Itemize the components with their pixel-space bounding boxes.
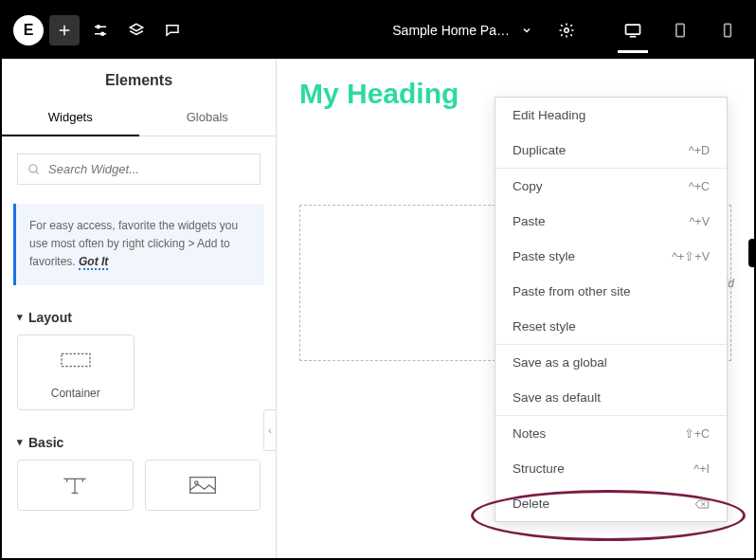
ctx-duplicate[interactable]: Duplicate^+D bbox=[495, 133, 727, 168]
ctx-delete[interactable]: Delete bbox=[495, 486, 727, 521]
svg-marker-6 bbox=[130, 24, 143, 31]
delete-icon bbox=[694, 497, 710, 511]
svg-point-21 bbox=[194, 480, 197, 483]
category-layout[interactable]: Layout bbox=[2, 300, 276, 334]
add-element-button[interactable] bbox=[49, 15, 80, 45]
ctx-copy[interactable]: Copy^+C bbox=[495, 169, 727, 204]
ctx-paste-other-site[interactable]: Paste from other site bbox=[495, 274, 727, 309]
ctx-edit-heading[interactable]: Edit Heading bbox=[495, 98, 727, 133]
settings-sliders-icon[interactable] bbox=[85, 15, 116, 45]
device-tablet-tab[interactable] bbox=[665, 8, 695, 53]
favorites-tip: For easy access, favorite the widgets yo… bbox=[13, 204, 264, 285]
svg-point-7 bbox=[565, 28, 569, 33]
chevron-down-icon[interactable] bbox=[521, 25, 532, 36]
widget-container[interactable]: Container bbox=[17, 334, 135, 410]
page-title[interactable]: Sample Home Pa… bbox=[392, 23, 510, 38]
ctx-structure[interactable]: Structure^+I bbox=[495, 451, 727, 486]
tab-globals[interactable]: Globals bbox=[139, 100, 277, 135]
widget-image[interactable] bbox=[145, 460, 261, 511]
device-mobile-tab[interactable] bbox=[712, 8, 743, 53]
gear-icon[interactable] bbox=[551, 15, 582, 45]
svg-rect-11 bbox=[725, 24, 731, 36]
ctx-paste[interactable]: Paste^+V bbox=[495, 204, 727, 239]
elementor-logo[interactable]: E bbox=[13, 15, 44, 45]
tab-widgets[interactable]: Widgets bbox=[2, 100, 139, 135]
comment-icon[interactable] bbox=[157, 15, 188, 45]
edge-handle[interactable] bbox=[748, 239, 756, 267]
device-desktop-tab[interactable] bbox=[618, 8, 648, 53]
ctx-save-global[interactable]: Save as a global bbox=[495, 345, 727, 380]
widget-heading[interactable] bbox=[17, 460, 134, 511]
svg-rect-14 bbox=[62, 353, 90, 366]
ctx-save-default[interactable]: Save as default bbox=[495, 380, 727, 415]
ctx-reset-style[interactable]: Reset style bbox=[495, 309, 727, 344]
search-widget-box[interactable] bbox=[17, 154, 261, 185]
ctx-paste-style[interactable]: Paste style^+⇧+V bbox=[495, 239, 727, 274]
context-menu: Edit Heading Duplicate^+D Copy^+C Paste^… bbox=[495, 97, 728, 522]
svg-rect-20 bbox=[189, 477, 215, 493]
ctx-notes[interactable]: Notes⇧+C bbox=[495, 416, 727, 451]
elements-panel: Elements Widgets Globals For easy access… bbox=[2, 59, 277, 558]
svg-rect-10 bbox=[676, 24, 684, 36]
layers-icon[interactable] bbox=[121, 15, 152, 45]
svg-point-12 bbox=[29, 164, 37, 172]
collapse-panel-handle[interactable]: ‹ bbox=[263, 409, 277, 451]
category-basic[interactable]: Basic bbox=[2, 425, 276, 460]
svg-line-13 bbox=[36, 171, 39, 173]
got-it-link[interactable]: Got It bbox=[79, 255, 108, 270]
svg-rect-8 bbox=[626, 25, 640, 34]
search-input[interactable] bbox=[48, 162, 250, 176]
panel-title: Elements bbox=[2, 59, 276, 100]
search-icon bbox=[27, 163, 41, 176]
